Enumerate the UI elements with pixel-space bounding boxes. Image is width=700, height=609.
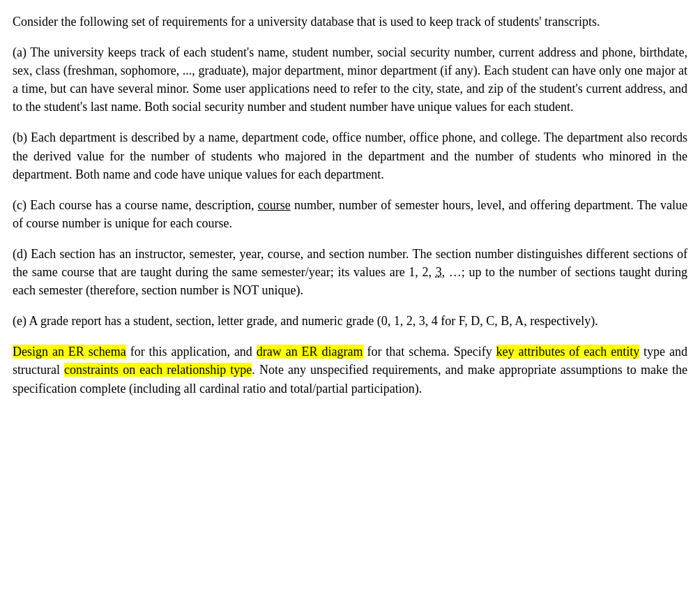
paragraph-a-text: (a) The university keeps track of each s… bbox=[13, 45, 687, 114]
final-post1: for that schema. Specify bbox=[363, 345, 496, 359]
intro-text: Consider the following set of requiremen… bbox=[13, 15, 600, 29]
main-content: Consider the following set of requiremen… bbox=[13, 13, 687, 398]
paragraph-d: (d) Each section has an instructor, seme… bbox=[13, 245, 687, 299]
course-link[interactable]: course bbox=[258, 198, 291, 212]
paragraph-c-pre: (c) Each course has a course name, descr… bbox=[13, 198, 258, 212]
paragraph-c: (c) Each course has a course name, descr… bbox=[13, 196, 687, 232]
intro-paragraph: Consider the following set of requiremen… bbox=[13, 13, 687, 31]
paragraph-e-text: (e) A grade report has a student, sectio… bbox=[13, 314, 598, 328]
paragraph-a: (a) The university keeps track of each s… bbox=[13, 43, 687, 116]
paragraph-b-text: (b) Each department is described by a na… bbox=[13, 130, 687, 181]
paragraph-b: (b) Each department is described by a na… bbox=[13, 128, 687, 183]
paragraph-e: (e) A grade report has a student, sectio… bbox=[13, 312, 687, 330]
highlight-key-attributes: key attributes of each entity bbox=[496, 345, 640, 359]
highlight-design-er: Design an ER schema bbox=[13, 345, 126, 359]
highlight-draw-er: draw an ER diagram bbox=[257, 345, 363, 359]
final-pre: for this application, and bbox=[126, 345, 257, 359]
highlight-constraints: constraints on each relationship type bbox=[64, 363, 252, 377]
final-paragraph: Design an ER schema for this application… bbox=[13, 343, 687, 397]
section-number-link: 3 bbox=[436, 265, 442, 279]
